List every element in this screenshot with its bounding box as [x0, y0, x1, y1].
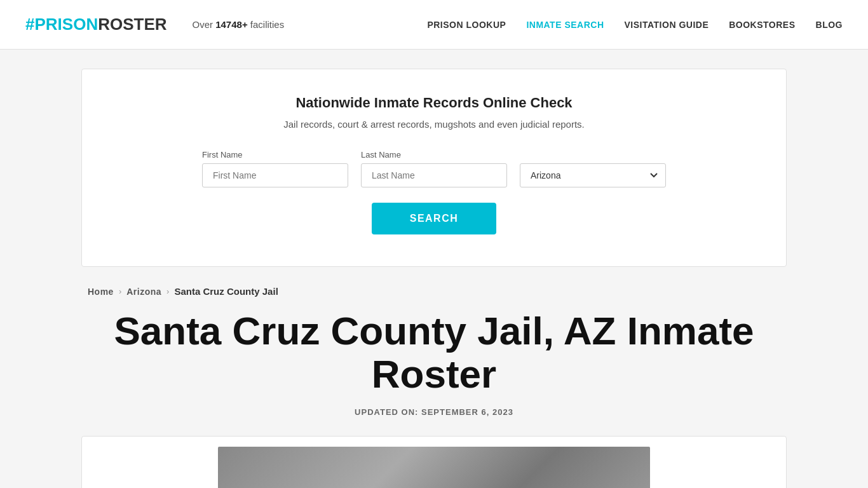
search-button-row: SEARCH: [120, 203, 748, 234]
search-button[interactable]: SEARCH: [372, 203, 497, 234]
last-name-label: Last Name: [361, 150, 507, 159]
breadcrumb-state[interactable]: Arizona: [126, 287, 161, 297]
nav-inmate-search[interactable]: INMATE SEARCH: [526, 20, 604, 30]
search-widget: Nationwide Inmate Records Online Check J…: [81, 69, 787, 267]
breadcrumb-sep-1: ›: [119, 287, 121, 296]
nav-blog[interactable]: BLOG: [816, 20, 843, 30]
updated-date: UPDATED ON: SEPTEMBER 6, 2023: [88, 407, 780, 417]
first-name-input[interactable]: [202, 163, 348, 187]
breadcrumb-sep-2: ›: [166, 287, 169, 296]
nav-bookstores[interactable]: BOOKSTORES: [729, 20, 795, 30]
last-name-input[interactable]: [361, 163, 507, 187]
logo-roster: ROSTER: [98, 15, 166, 34]
facilities-count: 14748+: [215, 19, 247, 30]
search-fields-row: First Name Last Name State Arizona Alaba…: [120, 150, 748, 187]
last-name-group: Last Name: [361, 150, 507, 187]
breadcrumb-current: Santa Cruz County Jail: [174, 286, 278, 297]
search-widget-title: Nationwide Inmate Records Online Check: [120, 95, 748, 111]
first-name-label: First Name: [202, 150, 348, 159]
main-title-section: Santa Cruz County Jail, AZ Inmate Roster…: [81, 309, 787, 417]
state-group: State Arizona Alabama Alaska Arkansas Ca…: [520, 150, 666, 187]
breadcrumb: Home › Arizona › Santa Cruz County Jail: [81, 286, 787, 297]
site-header: #PRISONROSTER Over 14748+ facilities PRI…: [0, 0, 868, 50]
nav-visitation-guide[interactable]: VISITATION GUIDE: [625, 20, 709, 30]
logo-prison: PRISON: [34, 15, 98, 34]
logo-hash: #: [25, 15, 34, 34]
facilities-count-text: Over 14748+ facilities: [193, 19, 285, 30]
first-name-group: First Name: [202, 150, 348, 187]
site-logo[interactable]: #PRISONROSTER: [25, 15, 167, 34]
content-card: [81, 436, 787, 488]
breadcrumb-home[interactable]: Home: [88, 287, 114, 297]
facilities-prefix: Over: [193, 19, 216, 30]
search-widget-subtitle: Jail records, court & arrest records, mu…: [120, 119, 748, 130]
page-title: Santa Cruz County Jail, AZ Inmate Roster: [88, 309, 780, 396]
main-nav: PRISON LOOKUP INMATE SEARCH VISITATION G…: [427, 20, 843, 30]
state-select[interactable]: Arizona Alabama Alaska Arkansas Californ…: [520, 163, 666, 187]
content-image-placeholder: [218, 447, 650, 488]
facilities-suffix: facilities: [248, 19, 285, 30]
nav-prison-lookup[interactable]: PRISON LOOKUP: [427, 20, 506, 30]
